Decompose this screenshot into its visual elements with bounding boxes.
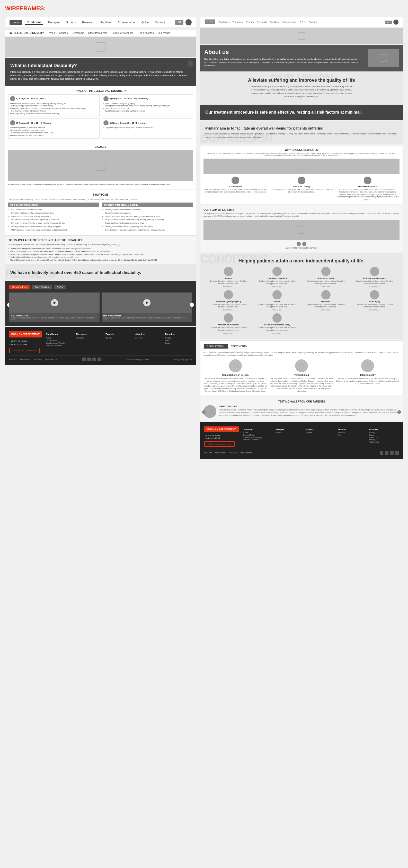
video-card-2: Mrs. Alpana Desal Rohan is 13years old a… (101, 292, 192, 322)
id-name: Intellectual Disability (205, 323, 251, 326)
about-logo-btn[interactable]: Logo (205, 19, 215, 24)
about-user-avatar[interactable] (394, 20, 399, 25)
sci-know-more[interactable]: Know More ↓ (303, 286, 349, 288)
about-download-btn[interactable]: ⬇ Download our brochure (204, 441, 235, 447)
share-icon[interactable] (187, 60, 194, 67)
about-youtube-icon[interactable] (395, 451, 399, 455)
about-nav-research[interactable]: Research (257, 21, 267, 23)
nav-research[interactable]: Research (81, 20, 96, 24)
play-button-2[interactable] (143, 299, 150, 306)
about-facebook-icon[interactable] (380, 451, 383, 455)
about-footer-contact[interactable]: Contact us (369, 436, 399, 438)
nav-therapies[interactable]: Therapies (46, 20, 62, 24)
footer-achievements[interactable]: Achievements (20, 359, 31, 360)
footer-research[interactable]: Research (9, 359, 17, 360)
tab-consultation[interactable]: CONSULTATION (203, 344, 228, 349)
lang-btn[interactable]: AF (175, 20, 183, 25)
footer-conditions-autism[interactable]: Autism (46, 337, 72, 339)
footer-experts-item[interactable]: Experts (106, 337, 132, 339)
team-next-btn[interactable]: › (302, 242, 307, 246)
instagram-icon[interactable] (92, 358, 96, 361)
tab-result-videos[interactable]: Result Videos (9, 285, 30, 289)
about-footer-medical[interactable]: Medical reports (240, 452, 252, 454)
about-footer-autism[interactable]: Autism (243, 432, 272, 434)
footer-conditions-md[interactable]: Muscular Dystrophy (46, 345, 72, 346)
about-nav-qa[interactable]: Q & A (299, 21, 305, 23)
md-know-more[interactable]: Know More ↓ (205, 309, 251, 311)
tab-treatments[interactable]: TREATMENTS (228, 344, 250, 349)
download-brochure-btn[interactable]: ⬇ Download our brochure (9, 348, 39, 353)
about-nav-therapies[interactable]: Therapies (233, 21, 243, 23)
footer-medical[interactable]: Medical reports (45, 359, 57, 360)
logo-button[interactable]: Logo (9, 20, 22, 25)
about-nav-facilities[interactable]: Facilities (270, 21, 279, 23)
about-footer-therapies-item[interactable]: Therapies (274, 432, 304, 434)
dementia-know-more[interactable]: Know More ↓ (303, 309, 349, 311)
footer-about-item[interactable]: About us (135, 337, 162, 339)
video-next-btn[interactable]: › (190, 303, 194, 307)
mnd-know-more[interactable]: Know More ↓ (352, 286, 398, 288)
about-footer-blog[interactable]: Our Blog (230, 452, 237, 454)
about-footer-md[interactable]: Muscular Dystrophy (243, 439, 272, 440)
tab-case-studies[interactable]: Case Studies (32, 285, 52, 289)
footer-conditions-cp[interactable]: Cerebral Palsy (46, 340, 72, 341)
footer-blog[interactable]: Our Blog (34, 359, 42, 360)
about-footer-about-item[interactable]: About us (338, 432, 367, 434)
facebook-icon[interactable] (82, 358, 86, 361)
subnav-scope[interactable]: Scope for stem cell (112, 32, 134, 34)
about-twitter-icon[interactable] (385, 451, 388, 455)
nav-conditions[interactable]: Conditions (25, 20, 43, 25)
about-nav-experts[interactable]: Experts (246, 21, 254, 23)
about-footer-privacy[interactable]: Privacy (369, 439, 399, 440)
about-footer-team[interactable]: Team (338, 434, 367, 436)
stroke-know-more[interactable]: Know More ↓ (254, 309, 300, 311)
footer-therapies-item[interactable]: Therapies (76, 337, 103, 339)
subnav-id[interactable]: INTELLECTUAL DISABILITY (9, 32, 44, 34)
about-book-btn[interactable]: BOOK AN APPOINTMENT (204, 426, 239, 432)
tab-faqs[interactable]: FAQs (54, 285, 66, 289)
about-footer-research[interactable]: Research (204, 452, 212, 454)
subnav-other[interactable]: Other treatments (88, 32, 108, 34)
cp-know-more[interactable]: Know More ↓ (254, 286, 300, 288)
subnav-causes[interactable]: Causes (59, 32, 68, 34)
nav-facilities[interactable]: Facilities (99, 20, 113, 24)
about-nav-achievements[interactable]: Achievements (282, 21, 297, 23)
footer-facilities-stay[interactable]: Stay (165, 340, 192, 341)
footer-facilities-surgery[interactable]: Surgery (165, 342, 192, 344)
nav-contact[interactable]: Contact (153, 20, 167, 24)
footer-facilities-nearby[interactable]: Nearby (165, 337, 192, 339)
about-nav-contact[interactable]: Contact (309, 21, 317, 23)
head-injury-know-more[interactable]: Know More ↓ (352, 309, 398, 311)
service-consultation-desc: NeuroGen facilitates its patients to rec… (203, 188, 267, 193)
about-nav-conditions[interactable]: Conditions (218, 21, 230, 23)
id-know-more[interactable]: Know More ↓ (205, 332, 251, 334)
autism-know-more[interactable]: Know More ↓ (205, 286, 251, 288)
subnav-symptoms[interactable]: Symptoms (72, 32, 84, 34)
book-appointment-btn[interactable]: BOOK AN APPOINTMENT (9, 331, 42, 338)
testimonial-next-btn[interactable]: › (398, 410, 401, 414)
twitter-icon[interactable] (87, 358, 91, 361)
about-footer-nearby[interactable]: Nearby (369, 432, 399, 434)
about-footer-experts-item[interactable]: Experts (306, 432, 336, 434)
user-avatar[interactable] (185, 19, 192, 26)
about-footer-testimonials[interactable]: Testimonials (369, 441, 399, 443)
gdd-know-more[interactable]: Know More ↓ (254, 332, 300, 334)
subnav-outcomes[interactable]: Our outcomes (138, 32, 154, 34)
play-button-1[interactable] (51, 299, 58, 306)
about-footer-achievements[interactable]: Achievements (215, 452, 226, 454)
nav-experts[interactable]: Experts (65, 20, 78, 24)
youtube-icon[interactable] (97, 358, 101, 361)
team-prev-btn[interactable]: ‹ (297, 242, 301, 246)
about-lang-btn[interactable]: AF (385, 21, 392, 24)
about-instagram-icon[interactable] (390, 451, 394, 455)
subnav-types[interactable]: Types (48, 32, 55, 34)
nav-achievements[interactable]: Achievements (116, 20, 137, 24)
service-stemcell: Stem Cell Therapy In the Diagnosis of ne… (270, 177, 334, 201)
about-footer-sma[interactable]: Spinal muscular Atrophy (243, 436, 272, 438)
about-footer-cp[interactable]: Cerebral Palsy (243, 434, 272, 436)
about-footer-surgery[interactable]: Surgery (369, 434, 399, 436)
subnav-results[interactable]: Our results (158, 32, 170, 34)
footer-conditions-sma[interactable]: Spinal muscular Atrophy (46, 342, 72, 344)
testimonial-prev-btn[interactable]: ‹ (202, 410, 206, 414)
nav-qa[interactable]: Q & A (140, 20, 150, 24)
